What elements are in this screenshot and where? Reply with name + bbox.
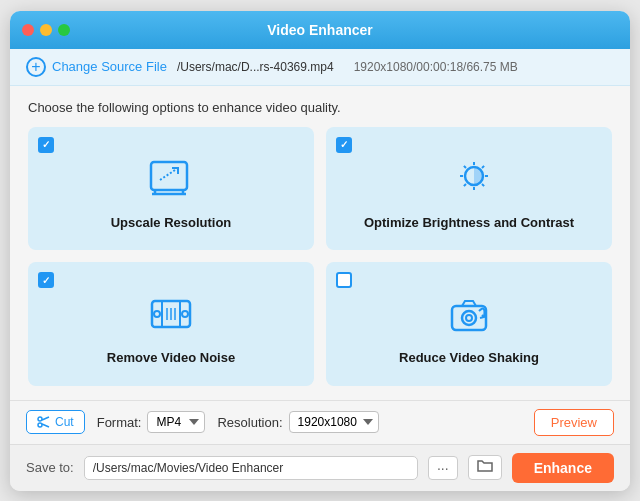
cut-button[interactable]: Cut [26, 410, 85, 434]
noise-label: Remove Video Noise [107, 350, 235, 365]
brightness-icon-area [439, 149, 499, 209]
footer-bar: Save to: ··· Enhance [10, 444, 630, 491]
bottom-controls: Cut Format: MP4 MOV AVI MKV Resolution: … [10, 400, 630, 444]
brightness-label: Optimize Brightness and Contrast [364, 215, 574, 230]
change-source-button[interactable]: + Change Source File [26, 57, 167, 77]
svg-point-16 [154, 311, 160, 317]
svg-line-4 [160, 168, 178, 180]
format-label: Format: [97, 415, 142, 430]
svg-point-17 [182, 311, 188, 317]
save-to-label: Save to: [26, 460, 74, 475]
format-select[interactable]: MP4 MOV AVI MKV [147, 411, 205, 433]
svg-point-22 [462, 311, 476, 325]
shaking-label: Reduce Video Shaking [399, 350, 539, 365]
checkbox-upscale[interactable] [38, 137, 54, 153]
main-content: Choose the following options to enhance … [10, 86, 630, 400]
scissors-icon [37, 415, 51, 429]
svg-line-26 [42, 417, 49, 420]
cut-label: Cut [55, 415, 74, 429]
resolution-label: Resolution: [217, 415, 282, 430]
option-shaking: Reduce Video Shaking [326, 262, 612, 386]
toolbar: + Change Source File /Users/mac/D...rs-4… [10, 49, 630, 86]
svg-rect-0 [151, 162, 187, 190]
option-noise: Remove Video Noise [28, 262, 314, 386]
svg-line-11 [482, 184, 484, 186]
svg-line-13 [482, 165, 484, 167]
noise-icon-area [141, 284, 201, 344]
window-title: Video Enhancer [267, 22, 373, 38]
format-group: Format: MP4 MOV AVI MKV [97, 411, 206, 433]
dots-button[interactable]: ··· [428, 456, 458, 480]
option-upscale: Upscale Resolution [28, 127, 314, 251]
checkbox-shaking[interactable] [336, 272, 352, 288]
close-button[interactable] [22, 24, 34, 36]
shaking-icon-area [439, 284, 499, 344]
resolution-group: Resolution: 1920x1080 3840x2160 1280x720 [217, 411, 378, 433]
maximize-button[interactable] [58, 24, 70, 36]
preview-label: Preview [551, 415, 597, 430]
traffic-lights [22, 24, 70, 36]
file-meta: 1920x1080/00:00:18/66.75 MB [354, 60, 518, 74]
options-grid: Upscale Resolution [28, 127, 612, 386]
svg-line-12 [464, 184, 466, 186]
folder-icon [477, 459, 493, 473]
option-brightness: Optimize Brightness and Contrast [326, 127, 612, 251]
instruction-text: Choose the following options to enhance … [28, 100, 612, 115]
minimize-button[interactable] [40, 24, 52, 36]
upscale-label: Upscale Resolution [111, 215, 232, 230]
plus-icon: + [26, 57, 46, 77]
folder-button[interactable] [468, 455, 502, 480]
app-window: Video Enhancer + Change Source File /Use… [10, 11, 630, 491]
enhance-button[interactable]: Enhance [512, 453, 614, 483]
change-source-label: Change Source File [52, 59, 167, 74]
upscale-icon-area [141, 149, 201, 209]
svg-line-10 [464, 165, 466, 167]
svg-point-24 [38, 417, 42, 421]
resolution-select[interactable]: 1920x1080 3840x2160 1280x720 [289, 411, 379, 433]
file-path: /Users/mac/D...rs-40369.mp4 [177, 60, 334, 74]
checkbox-noise[interactable] [38, 272, 54, 288]
preview-button[interactable]: Preview [534, 409, 614, 436]
checkbox-brightness[interactable] [336, 137, 352, 153]
enhance-label: Enhance [534, 460, 592, 476]
svg-line-27 [42, 424, 49, 427]
titlebar: Video Enhancer [10, 11, 630, 49]
save-path-input[interactable] [84, 456, 418, 480]
svg-point-23 [466, 315, 472, 321]
svg-point-25 [38, 423, 42, 427]
